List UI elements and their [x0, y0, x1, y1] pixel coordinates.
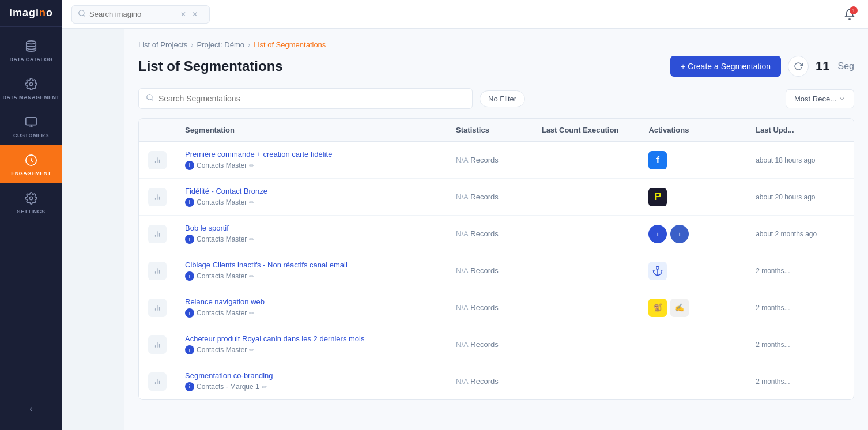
sidebar-item-engagement[interactable]: ENGAGEMENT	[0, 145, 62, 183]
col-header-icon	[139, 119, 176, 142]
activations-cell	[639, 363, 746, 400]
activations-cell: 🐒 ✍	[639, 289, 746, 326]
seg-source: i Contacts Master ✏	[185, 308, 265, 318]
blue-circle-2-icon: i	[670, 225, 689, 243]
gear-icon	[23, 76, 39, 92]
svg-point-0	[27, 41, 36, 44]
row-icon-cell	[139, 252, 176, 289]
row-icon-cell	[139, 142, 176, 179]
activations-cell	[639, 252, 746, 289]
segmentation-name-link[interactable]: Acheteur produit Royal canin dans les 2 …	[185, 334, 364, 343]
topbar-right: 1	[840, 5, 859, 24]
pinterex-activation-icon: P	[648, 188, 667, 206]
app-logo: imagino	[0, 0, 62, 27]
source-info-icon: i	[185, 198, 194, 207]
segmentation-search-box[interactable]	[138, 88, 473, 109]
table-row: Acheteur produit Royal canin dans les 2 …	[139, 326, 854, 363]
breadcrumb-project-demo[interactable]: Project: Démo	[197, 40, 244, 49]
segmentation-count: 11	[816, 59, 829, 74]
source-name: Contacts Master	[197, 235, 247, 243]
source-info-icon: i	[185, 345, 194, 354]
row-chart-icon	[148, 225, 167, 243]
svg-rect-2	[26, 118, 36, 125]
sidebar-collapse-button[interactable]: ‹	[0, 397, 62, 421]
edit-icon[interactable]: ✏	[262, 383, 267, 391]
table-row: Segmentation co-branding i Contacts - Ma…	[139, 363, 854, 400]
row-icon-cell	[139, 363, 176, 400]
sidebar-item-customers-label: CUSTOMERS	[13, 133, 49, 138]
edit-icon[interactable]: ✏	[249, 199, 254, 206]
segmentation-name-link[interactable]: Bob le sportif	[185, 224, 254, 232]
edit-icon[interactable]: ✏	[249, 236, 254, 243]
stats-cell: N/A Records	[447, 142, 533, 179]
segmentation-search-input[interactable]	[158, 94, 465, 103]
sidebar-item-data-management[interactable]: DATA MANAGEMENT	[0, 69, 62, 107]
segmentation-name-link[interactable]: Ciblage Clients inactifs - Non réactifs …	[185, 261, 348, 269]
blue-circle-1-icon: i	[648, 225, 667, 243]
row-icon-cell	[139, 289, 176, 326]
breadcrumb: List of Projects › Project: Démo › List …	[138, 40, 854, 49]
activations-cell: f	[639, 142, 746, 179]
table-header-row: Segmentation Statistics Last Count Execu…	[139, 119, 854, 142]
col-header-segmentation: Segmentation	[176, 119, 447, 142]
last-updated-cell: 2 months...	[746, 326, 854, 363]
edit-icon[interactable]: ✏	[249, 346, 254, 354]
table-row: Première commande + création carte fidél…	[139, 142, 854, 179]
sidebar-item-settings-label: SETTINGS	[17, 209, 45, 214]
edit-icon[interactable]: ✏	[249, 273, 254, 280]
row-icon-cell	[139, 179, 176, 216]
source-info-icon: i	[185, 308, 194, 318]
search-icon	[78, 9, 86, 20]
brevo-activation-icon: ✍	[670, 299, 689, 317]
table-row: Ciblage Clients inactifs - Non réactifs …	[139, 252, 854, 289]
edit-icon[interactable]: ✏	[249, 162, 254, 169]
main-content: List of Projects › Project: Démo › List …	[124, 29, 868, 430]
create-segmentation-button[interactable]: + Create a Segmentation	[670, 56, 781, 77]
activations-cell: P	[639, 179, 746, 216]
svg-point-1	[29, 82, 33, 86]
facebook-activation-icon: f	[648, 151, 667, 169]
sidebar-item-data-catalog[interactable]: DATA CATALOG	[0, 31, 62, 69]
table-row: Bob le sportif i Contacts Master ✏ N/A R…	[139, 216, 854, 252]
search-clear-icon[interactable]: ✕	[191, 10, 199, 18]
sort-button[interactable]: Most Rece...	[786, 89, 854, 108]
segmentation-name-link[interactable]: Segmentation co-branding	[185, 371, 273, 380]
page-header: List of Segmentations + Create a Segment…	[138, 56, 854, 77]
row-name-cell: Ciblage Clients inactifs - Non réactifs …	[176, 252, 447, 289]
edit-icon[interactable]: ✏	[249, 310, 254, 317]
segmentation-name-link[interactable]: Relance navigation web	[185, 297, 265, 306]
source-name: Contacts - Marque 1	[197, 383, 259, 391]
svg-line-5	[84, 14, 85, 16]
sidebar-item-customers[interactable]: CUSTOMERS	[0, 107, 62, 145]
row-name-cell: Première commande + création carte fidél…	[176, 142, 447, 179]
row-chart-icon	[148, 372, 167, 391]
segmentation-name-link[interactable]: Première commande + création carte fidél…	[185, 150, 332, 159]
row-chart-icon	[148, 151, 167, 169]
notification-button[interactable]: 1	[840, 5, 859, 24]
breadcrumb-list-projects[interactable]: List of Projects	[138, 40, 187, 49]
row-name-cell: Relance navigation web i Contacts Master…	[176, 289, 447, 326]
segmentation-name-link[interactable]: Fidélité - Contact Bronze	[185, 187, 267, 195]
source-name: Contacts Master	[197, 198, 247, 206]
last-count-cell	[533, 142, 640, 179]
seg-source: i Contacts Master ✏	[185, 235, 254, 244]
global-search-box[interactable]: ✕ ✕	[71, 5, 210, 24]
sidebar-item-settings[interactable]: SETTINGS	[0, 183, 62, 221]
sort-label: Most Rece...	[794, 95, 836, 103]
seg-source: i Contacts - Marque 1 ✏	[185, 382, 273, 391]
logo-text: imagino	[9, 7, 53, 19]
segmentation-table: Segmentation Statistics Last Count Execu…	[138, 118, 854, 400]
source-info-icon: i	[185, 382, 194, 391]
last-count-cell	[533, 252, 640, 289]
svg-point-3	[29, 197, 33, 200]
sidebar-item-data-management-label: DATA MANAGEMENT	[3, 95, 60, 100]
search-x-icon[interactable]: ✕	[179, 10, 187, 18]
last-updated-cell: 2 months...	[746, 289, 854, 326]
col-header-last-updated: Last Upd...	[746, 119, 854, 142]
no-filter-button[interactable]: No Filter	[480, 90, 525, 107]
refresh-button[interactable]	[788, 56, 809, 77]
row-chart-icon	[148, 188, 167, 206]
global-search-input[interactable]	[89, 10, 176, 18]
anchor-activation-icon	[648, 262, 667, 280]
last-count-cell	[533, 179, 640, 216]
